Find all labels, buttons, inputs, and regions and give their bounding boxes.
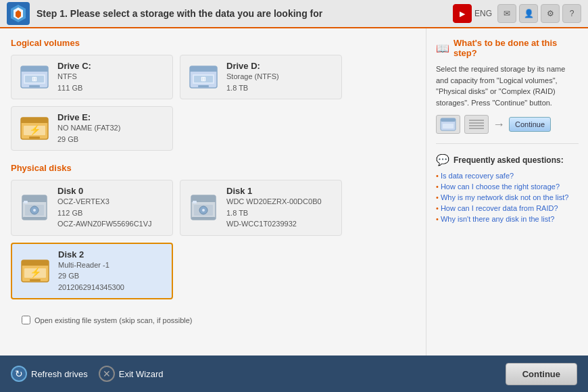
svg-rect-23 xyxy=(29,137,40,139)
physical-disks-title: Physical disks xyxy=(11,163,415,173)
disk-0-line1: OCZ-VERTEX3 xyxy=(57,196,152,207)
help-list-mini xyxy=(464,115,489,134)
drive-c-name: Drive C: xyxy=(57,61,91,71)
disk-2-line3: 2012062914345300 xyxy=(58,282,124,293)
svg-rect-47 xyxy=(441,118,456,122)
physical-disks-grid: Disk 0 OCZ-VERTEX3 112 GB OCZ-AWNZ0FW556… xyxy=(11,180,415,299)
svg-rect-50 xyxy=(469,122,484,124)
disk-1-line3: WD-WCC1T0239932 xyxy=(226,218,322,230)
svg-rect-45 xyxy=(30,279,41,281)
faq-item-4[interactable]: Why isn't there any disk in the list? xyxy=(436,215,579,223)
disk-2-icon: ⚡ xyxy=(19,255,51,287)
drive-d-item[interactable]: ⊞ Drive D: Storage (NTFS) 1.8 TB xyxy=(180,55,342,99)
divider xyxy=(436,143,579,144)
messages-button[interactable]: ✉ xyxy=(497,4,516,23)
drive-d-icon: ⊞ xyxy=(187,61,220,93)
help-continue-button[interactable]: Continue xyxy=(509,117,551,132)
drive-d-info: Drive D: Storage (NTFS) 1.8 TB xyxy=(226,61,279,93)
skip-scan-checkbox[interactable] xyxy=(22,316,30,324)
faq-icon: 💬 xyxy=(436,153,449,166)
disk-0-icon xyxy=(18,191,51,224)
faq-title: 💬 Frequently asked questions: xyxy=(436,153,579,166)
header: Step 1. Please select a storage with the… xyxy=(0,0,588,28)
drive-e-fs: NO NAME (FAT32) xyxy=(57,122,120,134)
faq-item-1[interactable]: How can I choose the right storage? xyxy=(436,182,579,191)
youtube-button[interactable]: ▶ xyxy=(453,4,472,23)
faq-section: 💬 Frequently asked questions: Is data re… xyxy=(436,153,579,226)
continue-button[interactable]: Continue xyxy=(506,363,577,385)
right-panel: 📖 What's to be done at this step? Select… xyxy=(426,28,588,356)
svg-rect-38 xyxy=(191,217,216,220)
svg-rect-10 xyxy=(29,85,40,87)
svg-rect-48 xyxy=(443,124,454,128)
help-arrow-icon: → xyxy=(493,118,505,132)
drive-e-name: Drive E: xyxy=(57,112,120,122)
disk-1-line2: 1.8 TB xyxy=(226,207,322,219)
svg-rect-39 xyxy=(193,201,197,203)
help-title: 📖 What's to be done at this step? xyxy=(436,38,579,58)
svg-rect-13 xyxy=(190,69,217,72)
exit-wizard-button[interactable]: ✕ Exit Wizard xyxy=(99,366,164,382)
faq-item-0[interactable]: Is data recovery safe? xyxy=(436,172,579,180)
disk-1-line1: WDC WD20EZRX-00DC0B0 xyxy=(226,196,322,207)
help-text: Select the required storage by its name … xyxy=(436,64,579,108)
disk-2-line1: Multi-Reader -1 xyxy=(58,260,124,271)
help-book-icon: 📖 xyxy=(436,42,449,55)
refresh-icon: ↻ xyxy=(11,366,27,382)
help-arrow-row: → Continue xyxy=(436,115,579,134)
logical-volumes-title: Logical volumes xyxy=(11,38,415,48)
disk-2-line2: 29 GB xyxy=(58,270,124,282)
checkbox-row: Open existing file system (skip scan, if… xyxy=(11,312,415,328)
drive-e-icon: ⚡ xyxy=(18,112,51,145)
logical-drives-grid: ⊞ Drive C: NTFS 111 GB ⊞ xyxy=(11,55,415,151)
exit-icon: ✕ xyxy=(99,366,115,382)
svg-rect-20 xyxy=(21,120,48,123)
refresh-drives-button[interactable]: ↻ Refresh drives xyxy=(11,366,88,382)
svg-text:⊞: ⊞ xyxy=(32,76,37,82)
svg-text:⚡: ⚡ xyxy=(29,124,41,136)
svg-rect-31 xyxy=(24,201,28,203)
svg-rect-52 xyxy=(469,128,484,129)
exit-label: Exit Wizard xyxy=(119,369,164,379)
refresh-label: Refresh drives xyxy=(31,369,88,379)
app-logo xyxy=(7,2,30,25)
disk-0-line3: OCZ-AWNZ0FW55696C1VJ xyxy=(57,218,152,230)
drive-c-size: 111 GB xyxy=(57,82,91,94)
account-button[interactable]: 👤 xyxy=(519,4,538,23)
drive-c-icon: ⊞ xyxy=(18,61,51,93)
left-panel: Logical volumes ⊞ Drive C: NTFS 111 GB xyxy=(0,28,426,356)
disk-0-name: Disk 0 xyxy=(57,186,152,196)
drive-e-size: 29 GB xyxy=(57,134,120,145)
svg-rect-49 xyxy=(469,120,484,121)
svg-rect-42 xyxy=(22,263,49,266)
footer: ↻ Refresh drives ✕ Exit Wizard Continue xyxy=(0,356,588,392)
help-disk-mini xyxy=(436,115,460,134)
svg-text:⊞: ⊞ xyxy=(201,76,206,82)
disk-0-item[interactable]: Disk 0 OCZ-VERTEX3 112 GB OCZ-AWNZ0FW556… xyxy=(11,180,173,236)
drive-e-item[interactable]: ⚡ Drive E: NO NAME (FAT32) 29 GB xyxy=(11,106,173,151)
language-label: ENG xyxy=(474,9,492,18)
disk-1-info: Disk 1 WDC WD20EZRX-00DC0B0 1.8 TB WD-WC… xyxy=(226,186,322,230)
disk-1-icon xyxy=(187,191,220,224)
svg-text:⚡: ⚡ xyxy=(30,267,42,278)
disk-2-info: Disk 2 Multi-Reader -1 29 GB 20120629143… xyxy=(58,249,124,293)
disk-1-item[interactable]: Disk 1 WDC WD20EZRX-00DC0B0 1.8 TB WD-WC… xyxy=(180,180,342,236)
header-title: Step 1. Please select a storage with the… xyxy=(36,8,453,19)
skip-scan-label: Open existing file system (skip scan, if… xyxy=(34,316,193,324)
drive-c-info: Drive C: NTFS 111 GB xyxy=(57,61,91,93)
help-button[interactable]: ? xyxy=(562,4,581,23)
header-icons: ▶ ENG ✉ 👤 ⚙ ? xyxy=(453,4,581,23)
disk-1-name: Disk 1 xyxy=(226,186,322,196)
disk-2-item[interactable]: ⚡ Disk 2 Multi-Reader -1 29 GB 201206291… xyxy=(11,243,173,300)
svg-rect-17 xyxy=(198,85,209,87)
drive-c-fs: NTFS xyxy=(57,71,91,82)
drive-d-fs: Storage (NTFS) xyxy=(226,71,279,82)
faq-list: Is data recovery safe? How can I choose … xyxy=(436,172,579,223)
svg-rect-6 xyxy=(21,69,48,72)
svg-rect-51 xyxy=(469,125,484,126)
settings-button[interactable]: ⚙ xyxy=(541,4,560,23)
drive-c-item[interactable]: ⊞ Drive C: NTFS 111 GB xyxy=(11,55,173,99)
drive-d-size: 1.8 TB xyxy=(226,82,279,94)
faq-item-2[interactable]: Why is my network disk not on the list? xyxy=(436,193,579,201)
faq-item-3[interactable]: How can I recover data from RAID? xyxy=(436,204,579,212)
